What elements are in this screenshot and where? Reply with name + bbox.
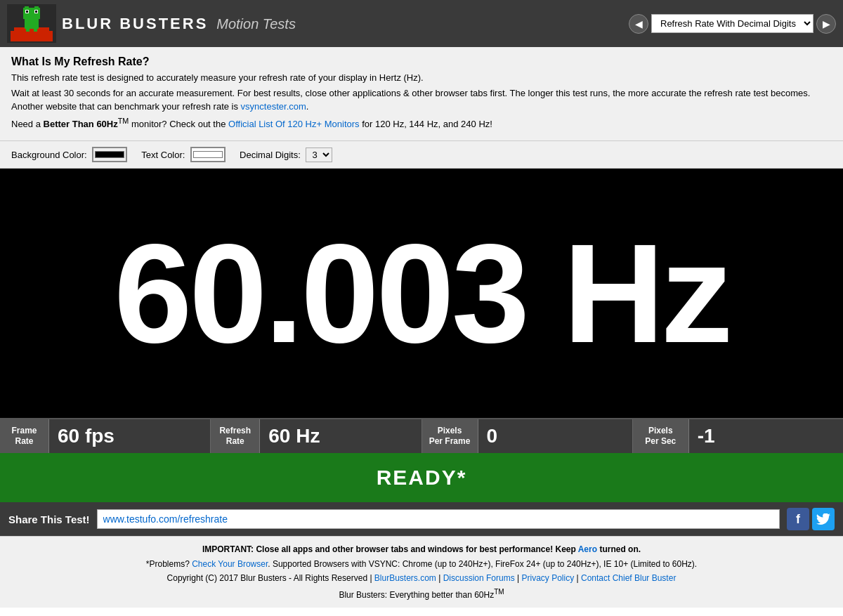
bg-color-input[interactable] xyxy=(92,147,127,162)
frame-rate-cell: FrameRate 60 fps xyxy=(0,419,211,453)
text-color-input[interactable] xyxy=(190,147,226,162)
svg-rect-11 xyxy=(34,6,39,8)
monitors-list-link[interactable]: Official List Of 120 Hz+ Monitors xyxy=(228,119,360,129)
pixels-per-sec-cell: PixelsPer Sec -1 xyxy=(633,419,843,453)
refresh-rate-label: RefreshRate xyxy=(211,419,260,453)
refresh-rate-value: 60 Hz xyxy=(260,419,421,453)
decimal-label: Decimal Digits: 0 1 2 3 4 5 xyxy=(240,148,332,162)
hz-readout: 60.003 Hz xyxy=(114,223,729,364)
frame-rate-label: FrameRate xyxy=(0,419,49,453)
svg-rect-10 xyxy=(25,6,29,8)
nav-next-button[interactable]: ▶ xyxy=(816,14,836,34)
ready-button[interactable]: READY* xyxy=(0,453,843,502)
vsynctester-link[interactable]: vsynctester.com xyxy=(241,101,306,112)
svg-rect-13 xyxy=(34,27,37,32)
header: BLUR BUSTERS Motion Tests ◀ Refresh Rate… xyxy=(0,0,843,47)
svg-rect-7 xyxy=(35,11,37,13)
pixels-per-frame-cell: PixelsPer Frame 0 xyxy=(422,419,633,453)
controls-bar: Background Color: Text Color: Decimal Di… xyxy=(0,141,843,169)
bg-color-label: Background Color: xyxy=(11,147,127,162)
refresh-rate-cell: RefreshRate 60 Hz xyxy=(211,419,422,453)
pixels-per-frame-value: 0 xyxy=(478,419,632,453)
nav-controls: ◀ Refresh Rate With Decimal Digits Frame… xyxy=(629,14,836,34)
logo-image xyxy=(7,4,56,43)
stats-bar: FrameRate 60 fps RefreshRate 60 Hz Pixel… xyxy=(0,418,843,453)
frame-rate-value: 60 fps xyxy=(49,419,210,453)
aero-link[interactable]: Aero xyxy=(578,544,597,554)
pixels-per-frame-label: PixelsPer Frame xyxy=(422,419,478,453)
test-selector[interactable]: Refresh Rate With Decimal Digits Frame R… xyxy=(651,14,813,33)
footer-line1: IMPORTANT: Close all apps and other brow… xyxy=(11,542,832,556)
footer-line4: Blur Busters: Everything better than 60H… xyxy=(11,586,832,602)
share-bar: Share This Test! f xyxy=(0,502,843,536)
footer-line3: Copyright (C) 2017 Blur Busters - All Ri… xyxy=(11,571,832,585)
info-desc2: Wait at least 30 seconds for an accurate… xyxy=(11,86,832,114)
blurbusters-link[interactable]: BlurBusters.com xyxy=(374,573,436,583)
main-display: 60.003 Hz xyxy=(0,169,843,418)
check-browser-link[interactable]: Check Your Browser xyxy=(192,559,268,569)
svg-rect-6 xyxy=(26,11,28,13)
info-desc3: Need a Better Than 60HzTM monitor? Check… xyxy=(11,115,832,131)
twitter-bird-icon xyxy=(816,513,830,525)
info-section: What Is My Refresh Rate? This refresh ra… xyxy=(0,47,843,141)
pixels-per-sec-label: PixelsPer Sec xyxy=(633,419,689,453)
share-label: Share This Test! xyxy=(8,513,90,525)
text-color-label: Text Color: xyxy=(141,147,226,162)
privacy-link[interactable]: Privacy Policy xyxy=(522,573,575,583)
contact-link[interactable]: Contact Chief Blur Buster xyxy=(581,573,676,583)
social-icons: f xyxy=(787,508,835,530)
site-title: BLUR BUSTERS Motion Tests xyxy=(62,15,296,33)
alien-logo-icon xyxy=(11,6,53,41)
facebook-icon[interactable]: f xyxy=(787,508,809,530)
footer-line2: *Problems? Check Your Browser. Supported… xyxy=(11,557,832,571)
svg-rect-12 xyxy=(26,27,30,32)
info-desc1: This refresh rate test is designed to ac… xyxy=(11,71,832,85)
discussion-link[interactable]: Discussion Forums xyxy=(443,573,515,583)
share-url-input[interactable] xyxy=(97,509,780,529)
logo-area: BLUR BUSTERS Motion Tests xyxy=(7,4,296,43)
twitter-icon[interactable] xyxy=(812,508,835,530)
nav-prev-button[interactable]: ◀ xyxy=(629,14,648,34)
footer: IMPORTANT: Close all apps and other brow… xyxy=(0,536,843,608)
info-title: What Is My Refresh Rate? xyxy=(11,55,832,68)
decimal-select[interactable]: 0 1 2 3 4 5 xyxy=(306,148,332,162)
pixels-per-sec-value: -1 xyxy=(689,419,843,453)
